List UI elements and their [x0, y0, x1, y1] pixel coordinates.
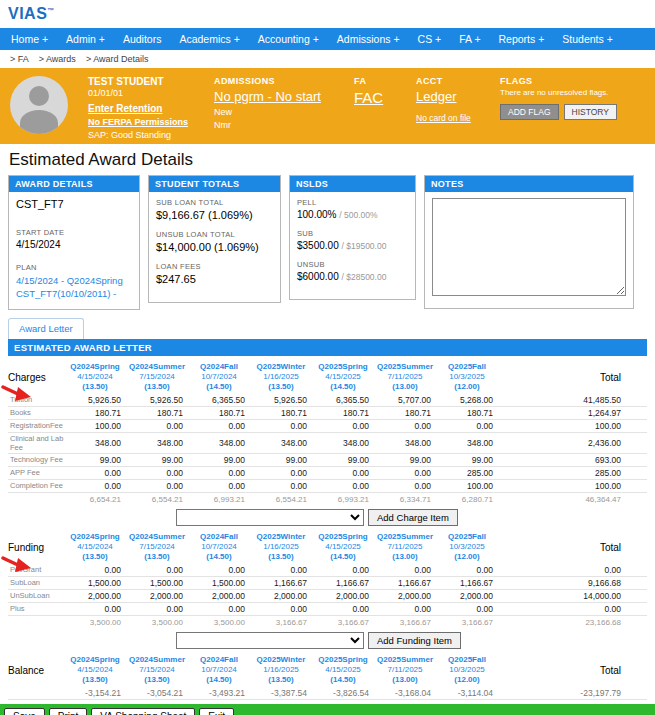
amount-cell: 100.00	[64, 419, 126, 432]
term-name: Q2024Summer	[126, 532, 188, 542]
term-date: 7/15/2024	[126, 372, 188, 382]
term-credits: (14.50)	[188, 552, 250, 562]
balance-table-container: BalanceQ2024Spring4/15/2024(13.50)Q2024S…	[8, 655, 647, 700]
spacer	[498, 362, 528, 394]
acct-section: ACCT Ledger No card on file	[416, 76, 488, 136]
amount-cell: 180.71	[126, 406, 188, 419]
nav-item-academics[interactable]: Academics +	[170, 28, 248, 50]
avatar-shoulders-icon	[20, 110, 58, 134]
amount-cell: 2,000.00	[64, 589, 126, 602]
amount-cell: 0.00	[250, 479, 312, 492]
term-date: 1/16/2025	[250, 665, 312, 675]
charges-row: Tuition5,926.505,926.506,365.505,926.506…	[8, 394, 647, 407]
nav-item-home[interactable]: Home +	[2, 28, 57, 50]
nav-item-fa[interactable]: FA +	[450, 28, 489, 50]
fa-fac-link[interactable]: FAC	[354, 89, 398, 106]
term-credits: (14.50)	[188, 675, 250, 685]
trademark-symbol: ™	[47, 7, 55, 14]
card-on-file-link[interactable]: No card on file	[416, 113, 488, 123]
term-column-header: Q2024Spring4/15/2024(13.50)	[64, 655, 126, 687]
term-column-header: Q2025Fall10/3/2025(12.00)	[436, 362, 498, 394]
term-date: 4/15/2025	[312, 665, 374, 675]
history-button[interactable]: HISTORY	[564, 104, 617, 120]
term-date: 10/7/2024	[188, 665, 250, 675]
vias-logo: VIAS™	[8, 5, 55, 23]
amount-cell: -3,054.21	[126, 687, 188, 700]
amount-cell: 2,000.00	[250, 589, 312, 602]
spacer	[498, 479, 528, 492]
breadcrumb-fa[interactable]: > FA	[10, 54, 29, 64]
amount-cell: 2,000.00	[188, 589, 250, 602]
enter-retention-link[interactable]: Enter Retention	[88, 103, 196, 114]
funding-item-select[interactable]	[176, 632, 364, 649]
amount-cell: 0.00	[126, 419, 188, 432]
column-total-cell: 3,166.67	[374, 615, 436, 628]
ferpa-permissions-link[interactable]: No FERPA Permissions	[88, 117, 196, 127]
admissions-status-nmr: Nmr	[214, 120, 336, 130]
amount-cell: 0.00	[64, 479, 126, 492]
term-column-header: Q2024Fall10/7/2024(14.50)	[188, 655, 250, 687]
notes-panel-header: NOTES	[425, 176, 633, 192]
tab-award-letter[interactable]: Award Letter	[8, 318, 84, 339]
spacer	[498, 419, 528, 432]
term-date: 7/15/2024	[126, 542, 188, 552]
nav-item-reports[interactable]: Reports +	[490, 28, 554, 50]
amount-cell: 348.00	[250, 432, 312, 453]
row-label: SubLoan	[8, 576, 64, 589]
nav-item-admissions[interactable]: Admissions +	[328, 28, 409, 50]
term-credits: (13.50)	[250, 675, 312, 685]
amount-cell: -3,154.21	[64, 687, 126, 700]
save-button[interactable]: Save	[4, 708, 45, 715]
amount-cell: 2,000.00	[374, 589, 436, 602]
term-credits: (13.50)	[250, 552, 312, 562]
ledger-link[interactable]: Ledger	[416, 89, 488, 104]
term-name: Q2025Winter	[250, 655, 312, 665]
nav-item-cs[interactable]: CS +	[409, 28, 451, 50]
add-charge-item-button[interactable]: Add Charge Item	[368, 509, 458, 526]
nav-item-auditors[interactable]: Auditors	[114, 28, 171, 50]
breadcrumb-award-details[interactable]: > Award Details	[86, 54, 149, 64]
funding-row: UnSubLoan2,000.002,000.002,000.002,000.0…	[8, 589, 647, 602]
amount-cell: 0.00	[64, 564, 126, 577]
term-column-header: Q2025Winter1/16/2025(13.50)	[250, 655, 312, 687]
admissions-program-link[interactable]: No pgrm - No start	[214, 89, 336, 104]
nav-item-admin[interactable]: Admin +	[57, 28, 114, 50]
spacer	[498, 394, 528, 407]
amount-cell: 6,365.50	[312, 394, 374, 407]
column-total-cell: 6,993.21	[312, 492, 374, 505]
term-credits: (12.00)	[436, 552, 498, 562]
amount-cell: 1,500.00	[188, 576, 250, 589]
term-name: Q2025Fall	[436, 532, 498, 542]
va-shopping-sheet-button[interactable]: VA Shopping Sheet	[91, 708, 195, 715]
plan-link[interactable]: 4/15/2024 - Q2024Spring CST_FT7(10/10/20…	[16, 275, 132, 301]
row-total-cell: 285.00	[528, 466, 647, 479]
nav-item-students[interactable]: Students +	[553, 28, 622, 50]
pell-label: PELL	[297, 198, 408, 207]
term-credits: (13.50)	[126, 675, 188, 685]
amount-cell: 0.00	[250, 602, 312, 615]
award-details-panel: AWARD DETAILS CST_FT7 START DATE 4/15/20…	[8, 175, 140, 310]
amount-cell: 99.00	[436, 453, 498, 466]
term-column-header: Q2025Summer7/11/2025(13.00)	[374, 655, 436, 687]
term-date: 1/16/2025	[250, 372, 312, 382]
amount-cell: 0.00	[126, 466, 188, 479]
charge-item-select[interactable]	[176, 509, 364, 526]
term-name: Q2025Spring	[312, 362, 374, 372]
unsub-limit: / $28500.00	[342, 272, 387, 282]
funding-row: Plus0.000.000.000.000.000.000.000.00	[8, 602, 647, 615]
exit-button[interactable]: Exit	[199, 708, 234, 715]
main-nav: Home + Admin + Auditors Academics + Acco…	[0, 28, 655, 50]
student-name: TEST STUDENT	[88, 76, 196, 87]
amount-cell: -3,114.04	[436, 687, 498, 700]
breadcrumb-awards[interactable]: > Awards	[39, 54, 76, 64]
amount-cell: 99.00	[188, 453, 250, 466]
flags-section: FLAGS There are no unresolved flags. ADD…	[500, 76, 645, 136]
amount-cell: 0.00	[188, 479, 250, 492]
print-button[interactable]: Print	[49, 708, 88, 715]
amount-cell: -3,168.04	[374, 687, 436, 700]
notes-textarea[interactable]	[432, 198, 626, 296]
term-column-header: Q2025Spring4/15/2025(14.50)	[312, 655, 374, 687]
nav-item-accounting[interactable]: Accounting +	[249, 28, 328, 50]
add-funding-item-button[interactable]: Add Funding Item	[368, 632, 461, 649]
add-flag-button[interactable]: ADD FLAG	[500, 104, 559, 120]
